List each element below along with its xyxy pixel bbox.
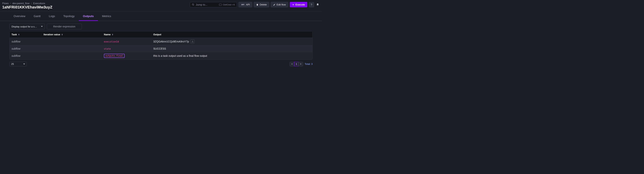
svg-point-4 <box>193 42 193 42</box>
svg-point-2 <box>192 41 193 41</box>
col-output: Output <box>153 33 310 36</box>
page-size-select[interactable]: 25 <box>10 62 27 66</box>
keyboard-icon <box>219 4 222 6</box>
output-cell: SUCCESS <box>153 47 310 50</box>
search-icon <box>192 3 194 6</box>
page-number[interactable]: 1 <box>294 62 298 66</box>
question-icon: ? <box>311 3 312 6</box>
header-left: Flows / dev.parent_flow / Executions 1aN… <box>2 2 52 9</box>
help-button[interactable]: ? <box>309 2 314 7</box>
chevron-right-icon <box>300 63 302 65</box>
breadcrumb-separator: / <box>10 2 11 5</box>
chevron-down-icon <box>41 26 43 27</box>
sort-icon: ▲▼ <box>61 34 63 35</box>
page-header: Flows / dev.parent_flow / Executions 1aN… <box>0 0 322 11</box>
tab-overview[interactable]: Overview <box>10 12 30 21</box>
lightning-icon <box>292 3 294 6</box>
tab-metrics[interactable]: Metrics <box>98 12 115 21</box>
table-row: subflowstateSUCCESS <box>10 45 312 52</box>
outputs-table: Task ▲▼ Iteration value ▲▼ Name ▲▼ Outpu… <box>10 31 312 60</box>
output-cell: 3ZQGAknn1CQz8EmA9roY7p <box>153 39 310 44</box>
col-task[interactable]: Task ▲▼ <box>12 33 44 36</box>
name-cell: outputs.final <box>104 54 153 58</box>
table-row: subflowoutputs.finalthis is a task outpu… <box>10 52 312 60</box>
breadcrumb-flows[interactable]: Flows <box>2 2 9 5</box>
notifications-button[interactable] <box>316 3 320 6</box>
breadcrumb-executions[interactable]: Executions <box>33 2 45 5</box>
breadcrumb: Flows / dev.parent_flow / Executions <box>2 2 52 5</box>
output-filter-select[interactable]: Display output for a s… <box>10 24 45 29</box>
col-iteration[interactable]: Iteration value ▲▼ <box>44 33 104 36</box>
task-cell: subflow <box>12 47 44 50</box>
tree-view-button[interactable] <box>190 39 194 44</box>
tab-topology[interactable]: Topology <box>59 12 79 21</box>
render-expression-input[interactable]: Render expression <box>47 24 82 29</box>
tab-gantt[interactable]: Gantt <box>30 12 45 21</box>
chevron-down-icon <box>23 64 25 65</box>
execute-button[interactable]: Execute <box>290 2 307 7</box>
api-button[interactable]: API API <box>238 2 252 7</box>
task-cell: subflow <box>12 40 44 43</box>
svg-point-0 <box>192 4 194 5</box>
search-shortcut: Ctrl/Cmd + K <box>219 3 235 6</box>
edit-flow-button[interactable]: Edit flow <box>271 2 288 7</box>
page-next-button[interactable] <box>298 62 303 66</box>
delete-button[interactable]: Delete <box>254 2 269 7</box>
pagination: 1 Total: 3 <box>290 62 312 66</box>
page-title: 1aNFRi01KKVEhaviMw3uyZ <box>2 5 52 9</box>
api-badge-icon: API <box>241 3 245 6</box>
tabs: Overview Gantt Logs Topology Outputs Met… <box>0 12 322 21</box>
svg-line-1 <box>194 5 194 5</box>
name-cell: executionId <box>104 40 153 43</box>
svg-point-3 <box>192 42 192 42</box>
header-right: Jump to... Ctrl/Cmd + K API API Delete E… <box>190 2 320 7</box>
col-name[interactable]: Name ▲▼ <box>104 33 153 36</box>
trash-icon <box>256 3 258 6</box>
chevron-left-icon <box>291 63 292 65</box>
sort-icon: ▲▼ <box>112 34 113 35</box>
page-prev-button[interactable] <box>290 62 294 66</box>
search-input[interactable]: Jump to... Ctrl/Cmd + K <box>190 2 237 7</box>
search-placeholder: Jump to... <box>196 3 208 6</box>
table-header-row: Task ▲▼ Iteration value ▲▼ Name ▲▼ Outpu… <box>10 31 312 38</box>
tab-logs[interactable]: Logs <box>45 12 59 21</box>
filter-row: Display output for a s… Render expressio… <box>0 21 322 31</box>
task-cell: subflow <box>12 54 44 57</box>
total-count: Total: 3 <box>305 63 312 65</box>
tab-outputs[interactable]: Outputs <box>79 12 98 21</box>
breadcrumb-separator: / <box>31 2 32 5</box>
sort-icon: ▲▼ <box>18 34 20 35</box>
output-cell: this is a task output used as a final fl… <box>153 54 310 57</box>
bell-icon <box>316 3 319 6</box>
table-row: subflowexecutionId3ZQGAknn1CQz8EmA9roY7p <box>10 38 312 45</box>
table-footer: 25 1 Total: 3 <box>0 60 322 68</box>
breadcrumb-flow-id[interactable]: dev.parent_flow <box>12 2 30 5</box>
pencil-icon <box>273 3 276 6</box>
name-cell: state <box>104 47 153 50</box>
tree-icon <box>192 41 194 43</box>
